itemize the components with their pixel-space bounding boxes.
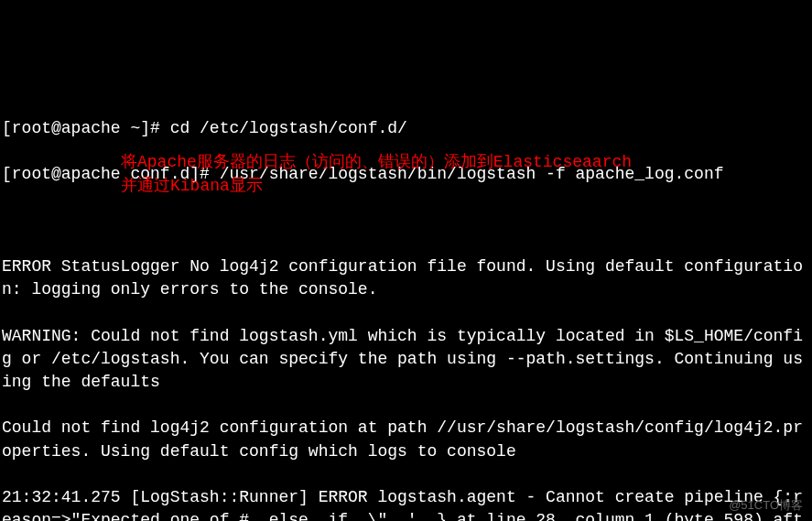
terminal-output[interactable]: [root@apache ~]# cd /etc/logstash/conf.d…	[2, 94, 810, 521]
annotation-text-1: 将Apache服务器的日志（访问的、错误的）添加到Elasticseaarch	[121, 151, 632, 174]
output-line-warning: WARNING: Could not find logstash.yml whi…	[2, 325, 810, 395]
watermark: @51CTO博客	[729, 497, 803, 514]
output-line-notfound: Could not find log4j2 configuration at p…	[2, 417, 810, 462]
command-line-1: [root@apache ~]# cd /etc/logstash/conf.d…	[2, 117, 810, 140]
output-line-logstash-error: 21:32:41.275 [LogStash::Runner] ERROR lo…	[2, 486, 810, 521]
annotation-text-2: 并通过Kibana显示	[121, 175, 263, 198]
output-line-error: ERROR StatusLogger No log4j2 configurati…	[2, 255, 810, 301]
